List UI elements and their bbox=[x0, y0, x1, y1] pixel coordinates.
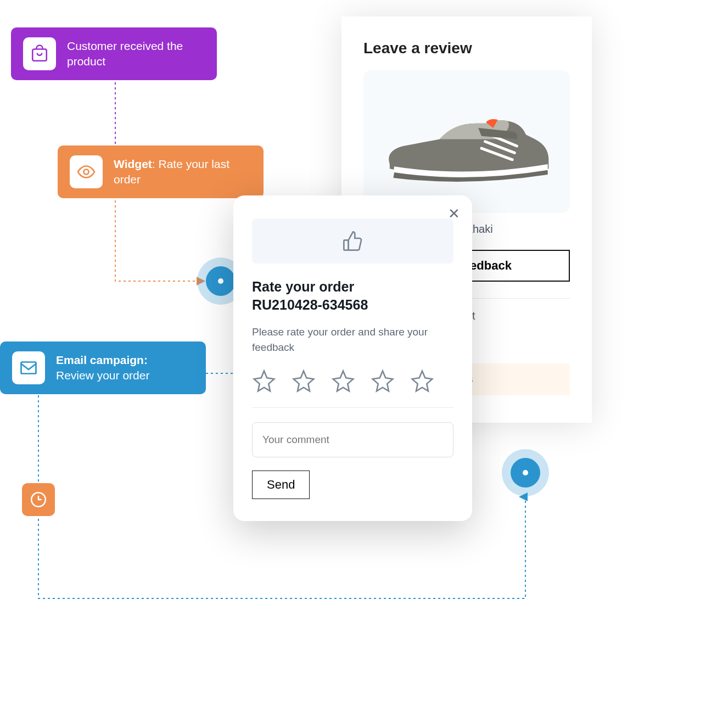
flow-step-label: Widget: Rate your last order bbox=[114, 156, 251, 188]
comment-input[interactable] bbox=[252, 422, 453, 457]
modal-heading: Rate your order RU210428-634568 bbox=[252, 278, 453, 313]
flow-step-label: Customer received the product bbox=[67, 38, 205, 70]
star-icon[interactable] bbox=[331, 369, 355, 393]
review-title: Leave a review bbox=[363, 40, 570, 57]
star-rating bbox=[252, 369, 453, 393]
flow-step-widget: Widget: Rate your last order bbox=[58, 145, 264, 198]
thumbs-up-icon bbox=[252, 219, 453, 264]
svg-point-1 bbox=[84, 170, 89, 175]
flow-step-email: Email campaign: Review your order bbox=[0, 341, 206, 394]
eye-icon bbox=[70, 155, 103, 188]
star-icon[interactable] bbox=[292, 369, 316, 393]
flow-step-received: Customer received the product bbox=[11, 27, 217, 80]
modal-subtitle: Please rate your order and share your fe… bbox=[252, 324, 453, 355]
close-icon[interactable]: ✕ bbox=[448, 205, 460, 222]
svg-rect-7 bbox=[344, 240, 348, 250]
mail-icon bbox=[12, 351, 45, 384]
connector-node bbox=[511, 458, 540, 488]
divider bbox=[252, 407, 453, 408]
star-icon[interactable] bbox=[371, 369, 395, 393]
star-icon[interactable] bbox=[252, 369, 276, 393]
clock-icon bbox=[22, 483, 55, 516]
shopping-bag-icon bbox=[23, 37, 56, 70]
svg-rect-2 bbox=[21, 362, 36, 374]
product-image bbox=[363, 70, 570, 213]
flow-step-label: Email campaign: Review your order bbox=[56, 352, 149, 384]
rate-order-modal: ✕ Rate your order RU210428-634568 Please… bbox=[233, 195, 472, 521]
star-icon[interactable] bbox=[410, 369, 434, 393]
send-button[interactable]: Send bbox=[252, 471, 310, 499]
connector-node bbox=[206, 266, 236, 296]
